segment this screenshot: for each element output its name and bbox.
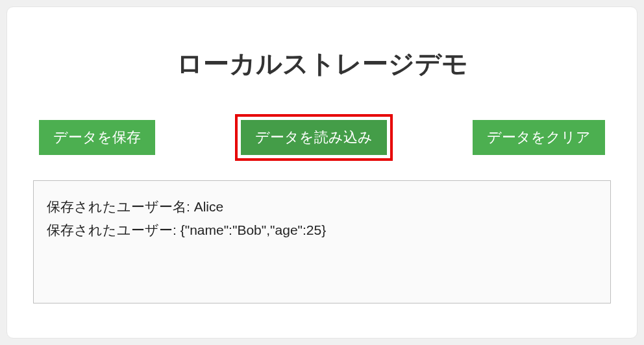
save-button-wrap: データを保存 [33, 114, 161, 161]
load-button[interactable]: データを読み込み [241, 120, 387, 155]
save-button[interactable]: データを保存 [39, 120, 155, 155]
output-box: 保存されたユーザー名: Alice 保存されたユーザー: {"name":"Bo… [33, 180, 611, 303]
output-line-2: 保存されたユーザー: {"name":"Bob","age":25} [47, 219, 597, 242]
clear-button-wrap: データをクリア [467, 114, 611, 161]
button-row: データを保存 データを読み込み データをクリア [33, 114, 611, 161]
output-line-1: 保存されたユーザー名: Alice [47, 195, 597, 219]
main-card: ローカルストレージデモ データを保存 データを読み込み データをクリア 保存され… [6, 6, 638, 339]
clear-button[interactable]: データをクリア [473, 120, 605, 155]
page-title: ローカルストレージデモ [33, 46, 611, 82]
load-button-wrap: データを読み込み [235, 114, 393, 161]
